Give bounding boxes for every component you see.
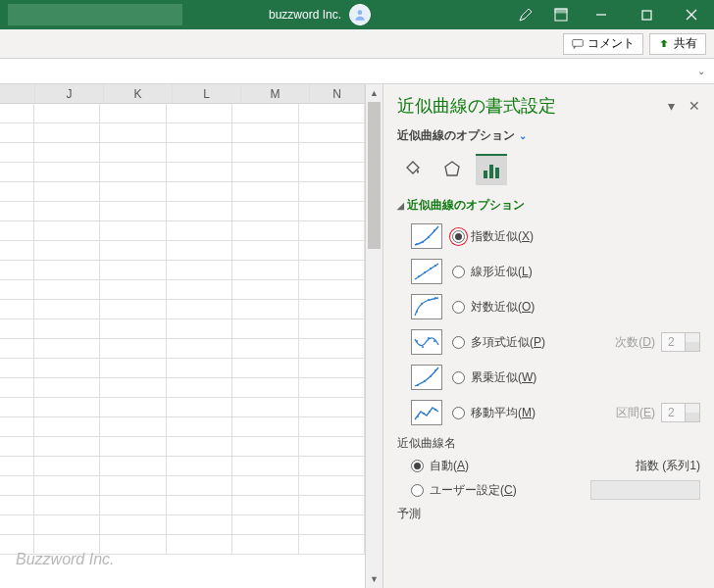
option-label: 指数近似(X) — [471, 228, 534, 245]
svg-point-31 — [430, 375, 432, 377]
svg-point-23 — [428, 299, 430, 301]
name-section-label: 近似曲線名 — [397, 435, 700, 452]
trendline-option-linear[interactable]: 線形近似(L) — [397, 259, 700, 284]
option-label: 移動平均(M) — [471, 405, 536, 421]
svg-point-18 — [424, 271, 426, 273]
pane-menu-icon[interactable]: ▾ — [668, 98, 675, 114]
radio-power[interactable] — [452, 371, 465, 384]
svg-point-35 — [429, 411, 431, 413]
scroll-thumb[interactable] — [368, 102, 381, 249]
svg-point-0 — [358, 10, 363, 15]
chevron-down-icon: ⌄ — [519, 130, 527, 141]
svg-rect-9 — [484, 171, 487, 178]
format-trendline-pane: 近似曲線の書式設定 ▾ ✕ 近似曲線のオプション ⌄ 近似曲線のオプション — [382, 84, 714, 588]
formula-expand-icon[interactable]: ⌄ — [692, 63, 710, 80]
pane-subtitle[interactable]: 近似曲線のオプション ⌄ — [397, 127, 700, 144]
col-header[interactable]: N — [310, 84, 365, 103]
svg-point-26 — [422, 346, 424, 348]
forecast-label: 予測 — [397, 506, 700, 522]
col-header[interactable]: L — [173, 84, 241, 103]
svg-point-32 — [434, 369, 436, 371]
exponential-icon — [411, 223, 442, 249]
svg-point-28 — [434, 340, 435, 342]
section-header[interactable]: 近似曲線のオプション — [397, 197, 700, 214]
maximize-button[interactable] — [624, 0, 669, 29]
svg-point-14 — [428, 236, 430, 238]
radio-polynomial[interactable] — [452, 336, 465, 349]
name-custom-row[interactable]: ユーザー設定(C) — [397, 480, 700, 500]
comment-label: コメント — [587, 35, 635, 52]
svg-point-27 — [428, 337, 430, 339]
radio-linear[interactable] — [452, 266, 465, 278]
svg-point-22 — [421, 303, 423, 305]
linear-icon — [411, 259, 442, 284]
moving-avg-icon — [411, 400, 442, 425]
trendline-option-polynomial[interactable]: 多項式近似(P) 次数(D) 2 — [397, 329, 700, 355]
formula-bar: ⌄ — [0, 59, 714, 84]
svg-point-20 — [434, 265, 436, 267]
period-label: 区間(E) — [616, 405, 655, 421]
ribbon-display-icon[interactable] — [543, 0, 579, 29]
vertical-scrollbar[interactable]: ▲ ▼ — [365, 84, 382, 588]
user-avatar[interactable] — [349, 4, 371, 25]
column-headers: J K L M N — [0, 84, 365, 104]
radio-logarithmic[interactable] — [452, 301, 465, 314]
radio-exponential[interactable] — [452, 230, 465, 243]
share-label: 共有 — [674, 35, 697, 52]
name-auto-row[interactable]: 自動(A) 指数 (系列1) — [397, 458, 700, 474]
radio-custom-name[interactable] — [411, 484, 424, 497]
option-label: 自動(A) — [430, 458, 469, 474]
svg-point-21 — [416, 311, 418, 313]
pane-tabs — [397, 154, 700, 185]
close-button[interactable] — [669, 0, 714, 29]
svg-point-34 — [423, 413, 425, 415]
option-label: 線形近似(L) — [471, 264, 533, 280]
fill-tab-icon[interactable] — [397, 154, 429, 185]
scroll-down-icon[interactable]: ▼ — [366, 570, 382, 588]
option-label: 累乗近似(W) — [471, 369, 536, 386]
scroll-up-icon[interactable]: ▲ — [366, 84, 382, 102]
trendline-option-logarithmic[interactable]: 対数近似(O) — [397, 294, 700, 319]
pane-close-icon[interactable]: ✕ — [688, 98, 700, 114]
svg-point-30 — [424, 380, 426, 382]
col-header[interactable]: M — [241, 84, 310, 103]
worksheet-grid[interactable]: J K L M N Buzzword Inc. — [0, 84, 365, 588]
svg-point-36 — [434, 409, 436, 411]
title-bar: buzzword Inc. — [0, 0, 714, 29]
svg-point-19 — [430, 268, 432, 270]
option-label: 多項式近似(P) — [471, 334, 545, 351]
pane-title: 近似曲線の書式設定 — [397, 94, 556, 118]
svg-point-13 — [422, 241, 424, 243]
chart-options-tab-icon[interactable] — [476, 154, 507, 185]
option-label: ユーザー設定(C) — [430, 482, 517, 499]
svg-rect-4 — [642, 11, 651, 20]
svg-rect-2 — [555, 9, 567, 13]
col-header[interactable]: J — [35, 84, 104, 103]
degree-label: 次数(D) — [615, 334, 655, 351]
comment-button[interactable]: コメント — [563, 33, 643, 55]
trendline-option-moving-average[interactable]: 移動平均(M) 区間(E) 2 — [397, 400, 700, 425]
svg-point-24 — [434, 297, 436, 299]
share-button[interactable]: 共有 — [649, 33, 706, 55]
svg-point-15 — [434, 229, 435, 231]
period-spinner: 2 — [661, 403, 700, 422]
search-area[interactable] — [8, 4, 182, 25]
minimize-button[interactable] — [579, 0, 624, 29]
svg-point-25 — [416, 340, 418, 342]
app-title: buzzword Inc. — [269, 8, 341, 22]
effects-tab-icon[interactable] — [436, 154, 468, 185]
svg-rect-10 — [489, 165, 493, 178]
pen-icon[interactable] — [508, 0, 543, 29]
polynomial-icon — [411, 329, 442, 355]
svg-point-33 — [417, 416, 419, 417]
col-header[interactable] — [0, 84, 35, 103]
trendline-option-power[interactable]: 累乗近似(W) — [397, 365, 700, 390]
option-label: 対数近似(O) — [471, 299, 535, 316]
trendline-option-exponential[interactable]: 指数近似(X) — [397, 223, 700, 249]
radio-moving-avg[interactable] — [452, 407, 465, 419]
svg-point-17 — [418, 275, 420, 277]
col-header[interactable]: K — [104, 84, 173, 103]
svg-marker-8 — [445, 162, 459, 175]
radio-auto-name[interactable] — [411, 460, 424, 472]
svg-rect-7 — [573, 39, 584, 46]
